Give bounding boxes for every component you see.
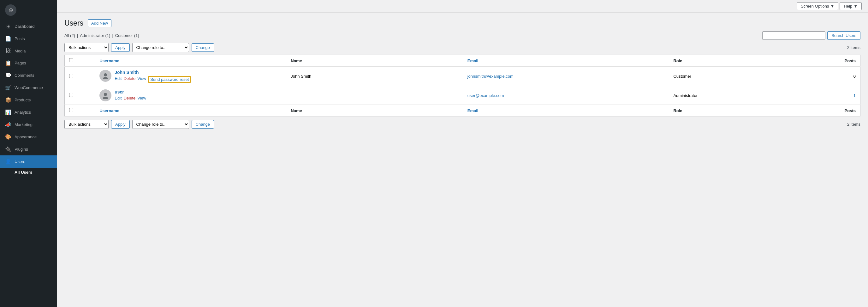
top-change-role-select[interactable]: Change role to... — [132, 43, 189, 52]
plugins-icon: 🔌 — [5, 146, 11, 152]
sidebar-subitem-all-users[interactable]: All Users — [0, 168, 57, 177]
search-users-input[interactable] — [762, 31, 826, 40]
bottom-bulk-actions-select[interactable]: Bulk actions — [64, 120, 108, 129]
search-area: Search Users — [762, 31, 861, 40]
email-sort-link[interactable]: Email — [467, 58, 478, 63]
screen-options-chevron-icon: ▼ — [831, 4, 835, 8]
page-title: Users — [64, 19, 83, 27]
dashboard-icon: ⊞ — [5, 23, 11, 29]
col-name-footer: Name — [286, 105, 463, 116]
avatar — [99, 70, 112, 82]
row-checkbox-cell — [65, 67, 95, 86]
email-link[interactable]: johnsmith@example.com — [467, 74, 514, 79]
row-checkbox[interactable] — [69, 93, 73, 97]
top-change-button[interactable]: Change — [192, 43, 214, 52]
email-sort-link-bottom[interactable]: Email — [467, 108, 478, 113]
col-check-footer — [65, 105, 95, 116]
screen-options-button[interactable]: Screen Options ▼ — [797, 2, 838, 10]
col-role-header: Role — [669, 55, 801, 67]
col-check-header — [65, 55, 95, 67]
analytics-icon: 📊 — [5, 109, 11, 115]
sidebar-item-posts[interactable]: 📄 Posts — [0, 32, 57, 45]
filter-divider-2: | — [112, 33, 113, 38]
edit-link[interactable]: Edit — [115, 76, 122, 83]
edit-link[interactable]: Edit — [115, 96, 122, 101]
row-email-cell: user@example.com — [463, 86, 669, 105]
sidebar-item-woocommerce[interactable]: 🛒 WooCommerce — [0, 82, 57, 94]
view-link[interactable]: View — [137, 96, 146, 101]
sidebar-arrow-icon: ▶ — [48, 159, 52, 165]
help-button[interactable]: Help ▼ — [840, 2, 862, 10]
sidebar-item-label: Appearance — [14, 135, 37, 139]
send-password-reset-button[interactable]: Send password reset — [148, 76, 191, 83]
sidebar-item-label: Plugins — [14, 147, 28, 151]
top-apply-button[interactable]: Apply — [111, 43, 130, 52]
select-all-bottom-checkbox[interactable] — [69, 108, 73, 112]
sidebar-item-label: Media — [14, 49, 26, 53]
filter-divider-1: | — [77, 33, 78, 38]
table-footer-row: Username Name Email Role Posts — [65, 105, 861, 116]
table-row: John Smith Edit Delete View Send passwor… — [65, 67, 861, 86]
sidebar-item-comments[interactable]: 💬 Comments — [0, 69, 57, 82]
row-name-cell: John Smith — [286, 67, 463, 86]
sidebar: ⊛ ⊞ Dashboard 📄 Posts 🖼 Media 📋 Pages 💬 … — [0, 0, 57, 307]
sidebar-item-label: Marketing — [14, 122, 32, 127]
filter-administrator-link[interactable]: Administrator (1) — [80, 33, 110, 38]
sidebar-item-plugins[interactable]: 🔌 Plugins — [0, 143, 57, 156]
filter-links: All (2) | Administrator (1) | Customer (… — [64, 33, 139, 38]
filter-customer-link[interactable]: Customer (1) — [115, 33, 139, 38]
svg-point-2 — [104, 93, 107, 96]
col-email-header[interactable]: Email — [463, 55, 669, 67]
bottom-change-role-select[interactable]: Change role to... — [132, 120, 189, 129]
marketing-icon: 📣 — [5, 121, 11, 128]
row-role-cell: Administrator — [669, 86, 801, 105]
row-actions: Edit Delete View Send password reset — [115, 76, 191, 83]
sidebar-item-analytics[interactable]: 📊 Analytics — [0, 106, 57, 118]
delete-link[interactable]: Delete — [124, 96, 136, 101]
select-all-checkbox[interactable] — [69, 58, 73, 62]
woocommerce-icon: 🛒 — [5, 85, 11, 91]
comments-icon: 💬 — [5, 72, 11, 78]
sidebar-item-label: WooCommerce — [14, 85, 43, 90]
posts-icon: 📄 — [5, 36, 11, 42]
sidebar-item-media[interactable]: 🖼 Media — [0, 45, 57, 57]
username-link[interactable]: John Smith — [115, 70, 191, 75]
search-users-button[interactable]: Search Users — [827, 31, 861, 40]
username-sort-link[interactable]: Username — [99, 58, 119, 63]
table-row: user Edit Delete View — — [65, 86, 861, 105]
bottom-change-button[interactable]: Change — [192, 120, 214, 129]
sidebar-item-products[interactable]: 📦 Products — [0, 94, 57, 106]
sidebar-item-dashboard[interactable]: ⊞ Dashboard — [0, 20, 57, 32]
email-link[interactable]: user@example.com — [467, 93, 504, 98]
row-role-cell: Customer — [669, 67, 801, 86]
row-posts-cell: 0 — [801, 67, 861, 86]
filter-bar: All (2) | Administrator (1) | Customer (… — [64, 31, 861, 40]
col-email-footer[interactable]: Email — [463, 105, 669, 116]
main-content: Screen Options ▼ Help ▼ Users Add New Al… — [57, 0, 868, 307]
delete-link[interactable]: Delete — [124, 76, 136, 83]
table-header: Username Name Email Role Posts — [65, 55, 861, 67]
wp-logo-icon: ⊛ — [5, 4, 17, 16]
table-header-row: Username Name Email Role Posts — [65, 55, 861, 67]
screen-options-label: Screen Options — [801, 4, 829, 8]
row-email-cell: johnsmith@example.com — [463, 67, 669, 86]
row-checkbox[interactable] — [69, 74, 73, 78]
col-username-footer[interactable]: Username — [95, 105, 286, 116]
sidebar-item-label: Posts — [14, 36, 25, 41]
help-label: Help — [844, 4, 852, 8]
posts-count-link[interactable]: 1 — [854, 93, 856, 98]
view-link[interactable]: View — [137, 76, 146, 83]
row-actions: Edit Delete View — [115, 96, 146, 101]
top-bulk-actions-select[interactable]: Bulk actions — [64, 43, 108, 52]
username-sort-link-bottom[interactable]: Username — [99, 108, 119, 113]
col-username-header[interactable]: Username — [95, 55, 286, 67]
col-posts-header: Posts — [801, 55, 861, 67]
sidebar-item-users[interactable]: 👤 Users ▶ — [0, 156, 57, 168]
bottom-apply-button[interactable]: Apply — [111, 120, 130, 129]
svg-point-3 — [103, 96, 108, 99]
sidebar-item-marketing[interactable]: 📣 Marketing — [0, 118, 57, 131]
username-link[interactable]: user — [115, 89, 146, 94]
add-new-button[interactable]: Add New — [88, 19, 112, 27]
sidebar-item-pages[interactable]: 📋 Pages — [0, 57, 57, 69]
sidebar-item-appearance[interactable]: 🎨 Appearance — [0, 131, 57, 143]
